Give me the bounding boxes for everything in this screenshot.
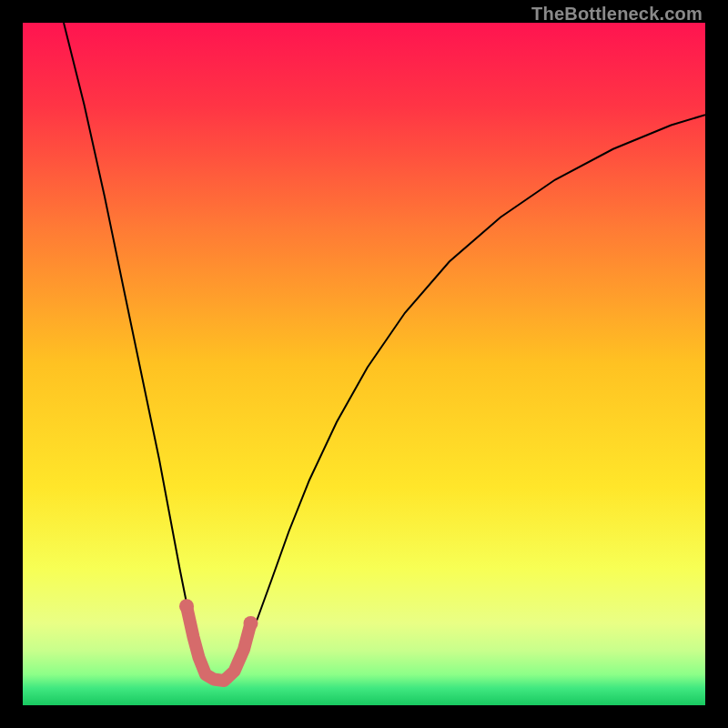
curve-overlay <box>23 23 705 705</box>
series-marker-bridge <box>187 606 251 681</box>
chart-frame: TheBottleneck.com <box>0 0 728 728</box>
watermark-text: TheBottleneck.com <box>531 4 703 25</box>
marker-dot <box>179 599 194 613</box>
plot-area <box>23 23 705 705</box>
series-v-curve <box>64 23 705 682</box>
marker-dot <box>244 616 258 631</box>
